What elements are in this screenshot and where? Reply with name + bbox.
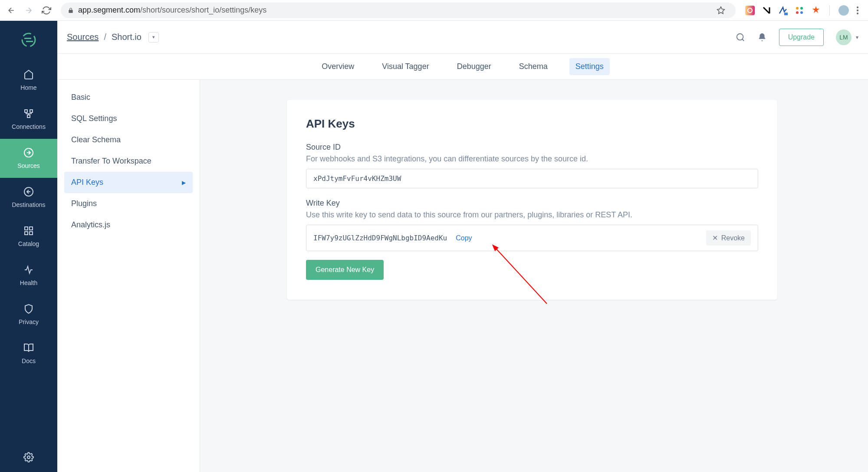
- write-key-description: Use this write key to send data to this …: [306, 210, 758, 220]
- api-keys-card: API Keys Source ID For webhooks and S3 i…: [287, 100, 777, 300]
- svg-point-6: [800, 7, 803, 10]
- extension-icon[interactable]: [778, 6, 788, 15]
- svg-rect-17: [27, 115, 30, 118]
- svg-rect-15: [25, 110, 27, 112]
- user-avatar: LM: [836, 30, 852, 45]
- sidebar-item-label: Privacy: [19, 318, 39, 325]
- browser-reload-icon[interactable]: [42, 6, 51, 15]
- sidebar-item-privacy[interactable]: Privacy: [0, 295, 57, 334]
- settings-nav-label: API Keys: [71, 178, 103, 187]
- catalog-icon: [23, 226, 34, 236]
- sidebar-item-label: Destinations: [12, 201, 45, 208]
- sidebar-item-destinations[interactable]: Destinations: [0, 178, 57, 217]
- upgrade-button[interactable]: Upgrade: [779, 29, 824, 46]
- write-key-value[interactable]: IFW7y9zUGlZzHdD9FWgNLbgbID9AedKu: [313, 234, 447, 242]
- settings-nav-clear-schema[interactable]: Clear Schema: [64, 129, 193, 151]
- sidebar-item-connections[interactable]: Connections: [0, 100, 57, 139]
- connections-icon: [23, 108, 34, 119]
- svg-point-10: [857, 10, 858, 11]
- extension-icon[interactable]: [745, 6, 755, 15]
- browser-back-icon[interactable]: [7, 6, 16, 15]
- home-icon: [23, 69, 34, 80]
- sidebar-item-sources[interactable]: Sources: [0, 139, 57, 178]
- extension-icon[interactable]: [762, 6, 771, 15]
- copy-button[interactable]: Copy: [456, 234, 472, 242]
- sidebar-item-docs[interactable]: Docs: [0, 334, 57, 373]
- svg-rect-16: [30, 110, 33, 112]
- svg-point-5: [796, 7, 799, 10]
- browser-menu-icon[interactable]: [854, 7, 861, 14]
- sources-icon: [23, 148, 34, 158]
- book-icon: [23, 343, 34, 353]
- tab-visual-tagger[interactable]: Visual Tagger: [376, 58, 435, 75]
- sidebar: Home Connections Sources Destinations Ca…: [0, 21, 57, 472]
- extension-icon[interactable]: [811, 6, 821, 15]
- svg-rect-4: [784, 13, 788, 15]
- write-key-row: IFW7y9zUGlZzHdD9FWgNLbgbID9AedKu Copy ✕ …: [306, 225, 758, 251]
- tab-overview[interactable]: Overview: [316, 58, 360, 75]
- detail-area: API Keys Source ID For webhooks and S3 i…: [200, 80, 868, 472]
- close-icon: ✕: [712, 234, 718, 242]
- tabs: Overview Visual Tagger Debugger Schema S…: [57, 54, 868, 80]
- tab-settings[interactable]: Settings: [569, 58, 610, 75]
- sidebar-item-label: Sources: [17, 162, 39, 169]
- svg-point-7: [796, 11, 799, 14]
- svg-point-8: [800, 11, 803, 14]
- browser-profile-avatar[interactable]: [838, 5, 849, 16]
- sidebar-item-health[interactable]: Health: [0, 256, 57, 295]
- sidebar-item-home[interactable]: Home: [0, 61, 57, 100]
- tab-debugger[interactable]: Debugger: [451, 58, 497, 75]
- sidebar-item-catalog[interactable]: Catalog: [0, 217, 57, 256]
- browser-toolbar: app.segment.com/short/sources/short_io/s…: [0, 0, 868, 21]
- svg-rect-14: [26, 41, 33, 42]
- source-id-input[interactable]: xPdJtymFvFur4vKHZm3UW: [306, 169, 758, 188]
- breadcrumb-link-sources[interactable]: Sources: [67, 32, 99, 42]
- svg-point-12: [22, 33, 35, 46]
- lock-icon: [68, 7, 74, 13]
- chevron-down-icon: ▾: [856, 34, 858, 40]
- settings-nav-sql[interactable]: SQL Settings: [64, 108, 193, 129]
- gear-icon: [23, 452, 34, 462]
- svg-marker-0: [717, 7, 725, 13]
- svg-point-25: [736, 33, 743, 40]
- segment-logo-icon[interactable]: [21, 32, 36, 48]
- browser-forward-icon[interactable]: [24, 6, 33, 15]
- search-icon[interactable]: [736, 33, 745, 42]
- bookmark-star-icon[interactable]: [717, 6, 725, 15]
- revoke-label: Revoke: [721, 234, 745, 242]
- settings-sidebar: Basic SQL Settings Clear Schema Transfer…: [57, 80, 200, 472]
- sidebar-item-label: Catalog: [18, 240, 39, 247]
- settings-nav-api-keys[interactable]: API Keys ▶: [64, 172, 193, 193]
- sidebar-item-label: Docs: [22, 357, 36, 364]
- svg-rect-21: [30, 227, 33, 230]
- revoke-button[interactable]: ✕ Revoke: [706, 230, 751, 246]
- extension-icon[interactable]: [795, 6, 804, 15]
- breadcrumb-dropdown[interactable]: ▾: [148, 32, 159, 43]
- write-key-label: Write Key: [306, 199, 758, 208]
- settings-nav-transfer[interactable]: Transfer To Workspace: [64, 151, 193, 172]
- tab-schema[interactable]: Schema: [513, 58, 554, 75]
- svg-rect-20: [25, 227, 28, 230]
- source-id-description: For webhooks and S3 integrations, you ca…: [306, 154, 758, 164]
- settings-nav-basic[interactable]: Basic: [64, 87, 193, 108]
- sidebar-settings[interactable]: [0, 442, 57, 472]
- svg-rect-1: [745, 6, 755, 15]
- health-icon: [23, 265, 34, 275]
- chevron-right-icon: ▶: [182, 180, 186, 186]
- svg-rect-23: [30, 232, 33, 235]
- bell-icon[interactable]: [757, 33, 767, 42]
- sidebar-item-label: Health: [20, 279, 37, 286]
- svg-point-24: [27, 456, 30, 459]
- settings-nav-analyticsjs[interactable]: Analytics.js: [64, 214, 193, 236]
- sidebar-item-label: Connections: [12, 123, 46, 130]
- browser-extensions: [745, 6, 821, 15]
- destinations-icon: [23, 187, 34, 197]
- settings-nav-plugins[interactable]: Plugins: [64, 193, 193, 214]
- svg-point-9: [857, 7, 858, 8]
- source-id-label: Source ID: [306, 143, 758, 152]
- sidebar-item-label: Home: [20, 84, 36, 91]
- user-menu[interactable]: LM ▾: [836, 30, 858, 45]
- generate-new-key-button[interactable]: Generate New Key: [306, 260, 384, 280]
- browser-address-bar[interactable]: app.segment.com/short/sources/short_io/s…: [61, 3, 736, 18]
- breadcrumb: Sources / Short.io ▾: [67, 32, 159, 43]
